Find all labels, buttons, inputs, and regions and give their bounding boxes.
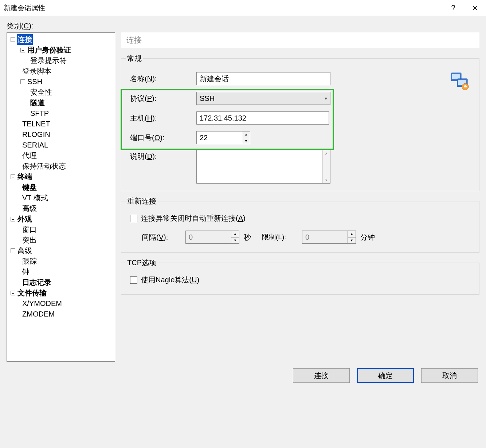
svg-rect-6 bbox=[465, 85, 466, 86]
scroll-down-icon[interactable]: ∨ bbox=[322, 176, 330, 183]
tree-item-window[interactable]: 窗口 bbox=[21, 224, 38, 235]
spin-down-icon: ▼ bbox=[348, 237, 356, 244]
tree-item-filetransfer[interactable]: 文件传输 bbox=[17, 288, 47, 298]
port-input[interactable] bbox=[196, 131, 242, 144]
tree-item-login-prompt[interactable]: 登录提示符 bbox=[30, 55, 67, 66]
tree-item-terminal[interactable]: 终端 bbox=[17, 172, 33, 182]
svg-rect-1 bbox=[452, 74, 460, 79]
svg-rect-5 bbox=[464, 86, 467, 87]
tree-item-telnet[interactable]: TELNET bbox=[21, 119, 51, 129]
limit-unit: 分钟 bbox=[360, 232, 375, 242]
help-button[interactable]: ? bbox=[442, 0, 464, 16]
limit-spinner: ▲ ▼ bbox=[302, 231, 356, 244]
tree-collapse-icon[interactable]: − bbox=[11, 37, 15, 42]
group-general: 常规 名称(N): bbox=[121, 54, 479, 191]
chevron-down-icon: ▾ bbox=[325, 95, 327, 101]
window-title: 新建会话属性 bbox=[4, 3, 442, 13]
nagle-checkbox[interactable] bbox=[130, 276, 137, 284]
tree-item-ssh[interactable]: SSH bbox=[27, 76, 43, 87]
scroll-up-icon[interactable]: ∧ bbox=[322, 150, 330, 157]
tree-item-trace[interactable]: 跟踪 bbox=[21, 256, 38, 267]
spin-down-icon[interactable]: ▼ bbox=[242, 138, 250, 145]
close-icon bbox=[472, 5, 478, 11]
tree-item-tunnel[interactable]: 隧道 bbox=[30, 98, 46, 108]
tree-item-advanced[interactable]: 高级 bbox=[17, 245, 33, 256]
interval-input bbox=[185, 231, 231, 244]
tree-item-user-auth[interactable]: 用户身份验证 bbox=[27, 45, 72, 55]
session-icon bbox=[449, 71, 470, 93]
dialog-footer: 连接 确定 取消 bbox=[0, 362, 486, 392]
protocol-select[interactable]: SSH ▾ bbox=[196, 92, 330, 105]
protocol-value: SSH bbox=[200, 94, 215, 103]
category-tree[interactable]: −连接 −用户身份验证 登录提示符 登录脚本 −SSH 安全性 隧道 SFTP … bbox=[7, 32, 115, 362]
tree-item-keyboard[interactable]: 键盘 bbox=[21, 182, 38, 193]
spin-up-icon: ▲ bbox=[231, 231, 239, 237]
limit-input bbox=[302, 231, 348, 244]
tree-collapse-icon[interactable]: − bbox=[11, 174, 15, 179]
tree-item-keepalive[interactable]: 保持活动状态 bbox=[21, 161, 67, 172]
close-button[interactable] bbox=[464, 0, 486, 16]
tree-collapse-icon[interactable]: − bbox=[11, 217, 15, 221]
tree-item-zmodem[interactable]: ZMODEM bbox=[21, 309, 55, 319]
host-input[interactable] bbox=[196, 111, 329, 125]
tree-item-rlogin[interactable]: RLOGIN bbox=[21, 129, 51, 140]
tree-item-appearance[interactable]: 外观 bbox=[17, 214, 33, 224]
auto-reconnect-label: 连接异常关闭时自动重新连接(A) bbox=[141, 213, 246, 223]
tree-item-advanced-term[interactable]: 高级 bbox=[21, 203, 38, 214]
category-label: 类别(C): bbox=[7, 21, 479, 31]
ok-button[interactable]: 确定 bbox=[357, 368, 414, 383]
description-label: 说明(D): bbox=[127, 149, 196, 161]
tree-item-xymodem[interactable]: X/YMODEM bbox=[21, 298, 63, 309]
tree-collapse-icon[interactable]: − bbox=[20, 48, 25, 52]
tree-item-highlight[interactable]: 突出 bbox=[21, 235, 38, 245]
group-general-legend: 常规 bbox=[126, 54, 143, 63]
description-textarea[interactable] bbox=[196, 149, 322, 184]
tree-collapse-icon[interactable]: − bbox=[11, 248, 15, 253]
group-reconnect-legend: 重新连接 bbox=[126, 196, 158, 206]
tree-item-serial[interactable]: SERIAL bbox=[21, 140, 49, 150]
panel-title: 连接 bbox=[121, 32, 479, 48]
tree-item-vtmode[interactable]: VT 模式 bbox=[21, 193, 49, 203]
protocol-label: 协议(P): bbox=[127, 94, 196, 103]
textarea-scrollbar[interactable]: ∧ ∨ bbox=[322, 149, 330, 184]
tree-item-bell[interactable]: 钟 bbox=[21, 267, 30, 277]
group-tcp-legend: TCP选项 bbox=[126, 258, 158, 268]
nagle-label: 使用Nagle算法(U) bbox=[141, 275, 199, 285]
tree-item-security[interactable]: 安全性 bbox=[30, 87, 53, 98]
host-label: 主机(H): bbox=[127, 113, 196, 123]
spin-down-icon: ▼ bbox=[231, 237, 239, 244]
interval-label: 间隔(V): bbox=[127, 232, 185, 242]
connect-button[interactable]: 连接 bbox=[293, 368, 350, 383]
tree-item-proxy[interactable]: 代理 bbox=[21, 150, 38, 161]
tree-collapse-icon[interactable]: − bbox=[11, 291, 15, 295]
interval-spinner: ▲ ▼ bbox=[185, 231, 239, 244]
name-input[interactable] bbox=[196, 72, 330, 85]
port-label: 端口号(O): bbox=[127, 133, 196, 143]
tree-item-login-script[interactable]: 登录脚本 bbox=[21, 66, 52, 76]
tree-item-sftp[interactable]: SFTP bbox=[30, 108, 50, 119]
titlebar: 新建会话属性 ? bbox=[0, 0, 486, 16]
limit-label: 限制(L): bbox=[262, 232, 302, 242]
spin-up-icon[interactable]: ▲ bbox=[242, 131, 250, 138]
group-tcp: TCP选项 使用Nagle算法(U) bbox=[121, 258, 479, 295]
interval-unit: 秒 bbox=[244, 232, 251, 242]
port-spinner[interactable]: ▲ ▼ bbox=[196, 131, 250, 144]
name-label: 名称(N): bbox=[127, 74, 196, 84]
tree-item-logging[interactable]: 日志记录 bbox=[21, 277, 52, 288]
cancel-button[interactable]: 取消 bbox=[421, 368, 478, 383]
spin-up-icon: ▲ bbox=[348, 231, 356, 237]
auto-reconnect-checkbox[interactable] bbox=[130, 215, 137, 222]
tree-collapse-icon[interactable]: − bbox=[20, 79, 25, 84]
tree-item-connection[interactable]: 连接 bbox=[17, 34, 33, 45]
group-reconnect: 重新连接 连接异常关闭时自动重新连接(A) 间隔(V): ▲ ▼ 秒 bbox=[121, 196, 479, 253]
